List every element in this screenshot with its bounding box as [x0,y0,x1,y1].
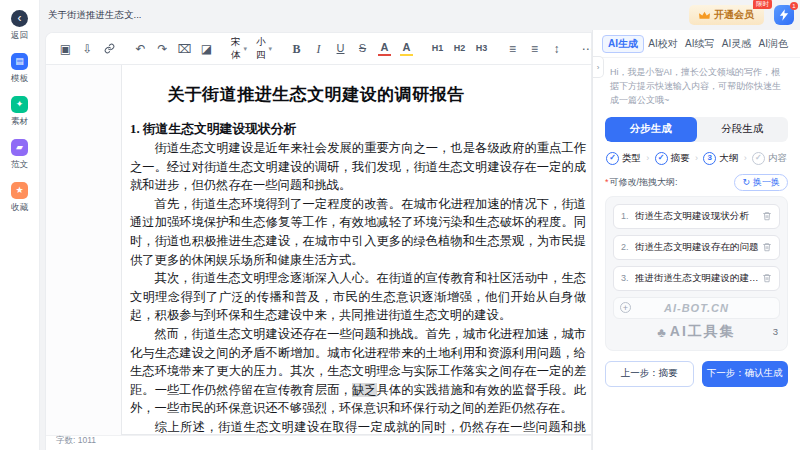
delete-outline-item-button[interactable] [762,211,772,221]
brand-logo-icon: ♣ [657,325,666,340]
more-tools-button[interactable]: ⋯ [581,39,592,59]
step-label: 内容 [768,152,787,165]
delete-outline-item-button[interactable] [762,242,772,252]
chevron-right-icon: › [695,153,698,163]
sidebar: ‹ 返回 ▤ 模板 ✦ 素材 ▰ 范文 ★ 收藏 [0,0,40,450]
document-page[interactable]: 关于街道推进生态文明建设的调研报告 1. 街道生态文明建设现状分析 街道生态文明… [121,65,591,435]
font-family-select[interactable]: 宋体 ▾ [231,36,247,62]
panel-actions: 上一步：摘要 下一步：确认生成 [605,361,788,387]
outline-item[interactable]: 3. 推进街道生态文明建设的建议和措施 [613,266,780,291]
trash-icon [762,211,772,221]
outline-item-text: 街道生态文明建设现状分析 [635,210,762,223]
outline-item-number: 1. [621,211,635,221]
step-type[interactable]: ✓ 类型 [606,152,641,165]
strikethrough-button[interactable]: S [356,39,369,59]
sidebar-item-label: 返回 [11,30,28,42]
page-area: 关于街道推进生态文明建设的调研报告 1. 街道生态文明建设现状分析 街道生态文明… [46,65,591,450]
outline-item[interactable]: 1. 街道生态文明建设现状分析 [613,204,780,229]
step-label: 大纲 [719,152,738,165]
delete-outline-item-button[interactable] [762,273,772,283]
document-tab-title[interactable]: 关于街道推进生态文... [48,9,141,22]
step-content[interactable]: ✓ 内容 [752,152,787,165]
highlighted-word: 缺乏 [352,383,377,397]
list-button[interactable]: ≡ [506,39,519,59]
step-check-icon: ✓ [655,152,668,165]
upgrade-label: 开通会员 [714,8,754,22]
editor-area: ▣ ⇩ ↶ ↷ ⌧ ◪ 宋体 ▾ 小四 [40,30,592,450]
heading3-button[interactable]: H3 [475,39,488,59]
outline-count: 3 [773,326,778,337]
redo-button[interactable]: ↷ [156,39,169,59]
paragraph: 其次，街道生态文明理念逐渐深入人心。在街道的宣传教育和社区活动中，生态文明理念得… [130,269,586,325]
previous-step-button[interactable]: 上一步：摘要 [605,361,694,387]
mode-segmented[interactable]: 分段生成 [697,117,789,142]
sidebar-item-templates[interactable]: ▤ 模板 [11,53,28,85]
tab-ai-proofread[interactable]: AI校对 [645,35,680,53]
outline-item-text: 街道生态文明建设存在的问题 [635,241,762,254]
tab-ai-polish[interactable]: AI润色 [756,35,791,53]
clear-format-button[interactable]: ⌧ [178,39,191,59]
export-button[interactable]: ⇩ [81,39,94,59]
paragraph: 然而，街道生态文明建设还存在一些问题和挑战。首先，城市化进程加速，城市化与生态建… [130,325,586,418]
italic-button[interactable]: I [312,39,325,59]
font-size-select[interactable]: 小四 ▾ [256,36,272,62]
sidebar-item-materials[interactable]: ✦ 素材 [11,96,28,128]
font-size-value: 小四 [256,36,266,62]
eraser-button[interactable]: ◪ [200,39,213,59]
template-icon: ▤ [11,53,28,70]
back-icon: ‹ [11,10,28,27]
material-icon: ✦ [11,96,28,113]
trash-icon [762,242,772,252]
line-spacing-button[interactable]: ↕ [550,39,563,59]
step-number: 3 [703,152,716,165]
chevron-down-icon: ▾ [244,45,248,53]
highlight-color-button[interactable]: A [400,41,413,56]
underline-button[interactable]: U [334,39,347,59]
outline-item[interactable]: 2. 街道生态文明建设存在的问题 [613,235,780,260]
outline-hint-label: *可修改/拖拽大纲: [605,176,678,189]
paragraph: 首先，街道生态环境得到了一定程度的改善。在城市化进程加速的情况下，街道通过加强环… [130,195,586,269]
sidebar-item-favorites[interactable]: ★ 收藏 [11,182,28,214]
upgrade-membership-button[interactable]: 开通会员 限时 [689,5,764,25]
step-label: 摘要 [671,152,690,165]
heading1-button[interactable]: H1 [431,39,444,59]
chevron-right-icon: › [744,153,747,163]
step-label: 类型 [622,152,641,165]
chevron-right-icon: › [646,153,649,163]
watermark-domain: AI-BOT.CN [614,302,779,314]
align-button[interactable]: ≡ [528,39,541,59]
avatar[interactable]: 1 [774,5,794,25]
bold-button[interactable]: B [290,39,303,59]
sidebar-item-sample-essays[interactable]: ▰ 范文 [11,139,28,171]
font-color-button[interactable]: A [378,41,391,56]
refresh-outline-button[interactable]: ↻ 换一换 [734,174,788,191]
mode-step-by-step[interactable]: 分步生成 [605,117,697,142]
ai-panel: AI生成 AI校对 AI续写 AI灵感 AI润色 › Hi，我是小智AI，擅长公… [592,30,800,450]
star-icon: ★ [11,182,28,199]
word-count: 字数: 1011 [56,435,96,447]
tab-ai-generate[interactable]: AI生成 [602,35,644,53]
editor-toolbar: ▣ ⇩ ↶ ↷ ⌧ ◪ 宋体 ▾ 小四 [46,33,591,65]
step-summary[interactable]: ✓ 摘要 [655,152,690,165]
next-step-button[interactable]: 下一步：确认生成 [702,361,789,387]
ai-panel-tabs: AI生成 AI校对 AI续写 AI灵感 AI润色 [593,30,800,58]
sidebar-item-label: 素材 [11,116,28,128]
sidebar-item-back[interactable]: ‹ 返回 [11,10,28,42]
tab-ai-continue[interactable]: AI续写 [682,35,717,53]
insert-image-button[interactable]: ▣ [59,39,72,59]
limited-time-badge: 限时 [753,0,772,9]
step-outline[interactable]: 3 大纲 [703,152,738,165]
add-outline-item-row[interactable]: + AI-BOT.CN [613,297,780,319]
assistant-greeting: Hi，我是小智AI，擅长公文领域的写作，根据下方提示快速输入内容，可帮助你快速生… [593,58,800,108]
chevron-down-icon: ▾ [269,45,273,53]
link-button[interactable] [103,39,116,59]
folder-icon: ▰ [11,139,28,156]
outline-item-number: 2. [621,242,635,252]
step-check-icon: ✓ [752,152,765,165]
undo-button[interactable]: ↶ [134,39,147,59]
editor-card: ▣ ⇩ ↶ ↷ ⌧ ◪ 宋体 ▾ 小四 [45,32,592,450]
heading2-button[interactable]: H2 [453,39,466,59]
tab-ai-inspiration[interactable]: AI灵感 [719,35,754,53]
panel-collapse-handle[interactable]: › [593,56,604,78]
refresh-icon: ↻ [742,177,750,187]
